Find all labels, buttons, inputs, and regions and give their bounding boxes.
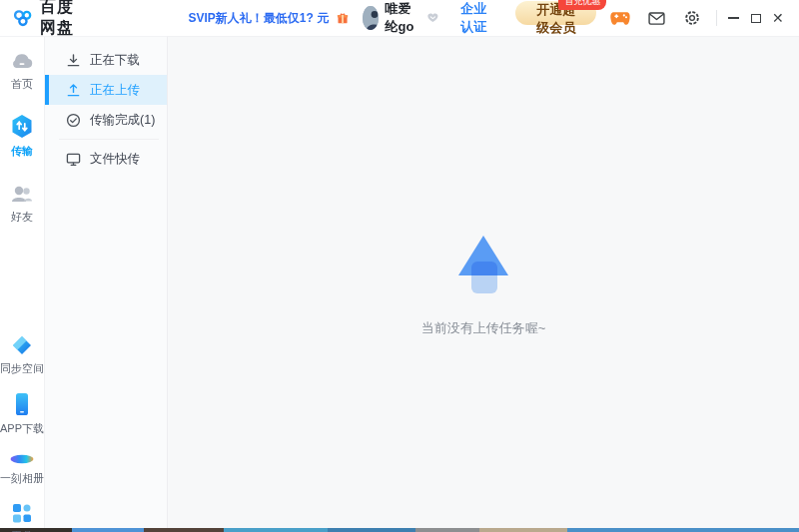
download-icon [66,53,81,68]
sidebar-item-sync-space[interactable]: 同步空间 [0,334,44,376]
tools-grid-icon [11,502,33,524]
panel-item-completed[interactable]: 传输完成(1) [45,105,167,135]
empty-state-text: 当前没有上传任务喔~ [421,319,546,337]
svip-promo-link[interactable]: SVIP新人礼！最低仅1? 元 [189,10,330,27]
transfer-hexagon-icon [10,114,34,139]
upload-empty-illustration-icon [458,236,508,293]
avatar[interactable] [363,6,379,30]
photo-album-icon [9,452,35,466]
upload-task-area: 当前没有上传任务喔~ [168,36,799,528]
sidebar-item-label: 首页 [11,77,33,92]
friends-icon [10,183,34,205]
sidebar-item-transfer[interactable]: 传输 [10,114,34,159]
monitor-icon [66,152,81,167]
titlebar-separator [716,10,717,26]
app-logo: 百度网盘 [14,0,87,39]
enterprise-cert-link[interactable]: 企业认证 [460,0,497,36]
sidebar-item-label: 一刻相册 [0,471,44,486]
panel-item-label: 正在上传 [90,82,140,99]
transfer-panel: 正在下载 正在上传 传输完成(1) [45,36,168,528]
avatar-image [363,6,379,30]
sidebar-item-label: 好友 [11,210,33,225]
game-center-icon[interactable] [610,9,630,27]
panel-divider [59,139,159,140]
panel-item-label: 传输完成(1) [90,112,155,129]
left-sidebar: 首页 传输 [0,36,45,528]
panel-item-label: 正在下载 [90,52,140,69]
sidebar-item-tools[interactable]: 工具 [11,502,33,532]
titlebar-icons [610,9,702,27]
app-title: 百度网盘 [40,0,87,39]
app-window: 百度网盘 SVIP新人礼！最低仅1? 元 唯爱纶go 企业认证 [0,0,799,528]
app-body: 首页 传输 [0,36,799,528]
check-circle-icon [66,113,81,128]
baidu-netdisk-logo-icon [14,6,32,30]
close-button[interactable]: ✕ [767,5,789,31]
sidebar-item-label: 传输 [11,144,33,159]
sync-space-icon [11,334,33,356]
maximize-button[interactable] [745,5,767,31]
settings-gear-icon[interactable] [682,9,702,27]
gift-icon[interactable] [337,10,349,27]
cloud-icon [10,50,34,72]
titlebar: 百度网盘 SVIP新人礼！最低仅1? 元 唯爱纶go 企业认证 [0,0,799,36]
sidebar-item-home[interactable]: 首页 [10,50,34,92]
messages-icon[interactable] [646,9,666,27]
sidebar-item-label: APP下载 [0,421,44,436]
window-controls: ✕ [723,5,789,31]
sidebar-item-photos[interactable]: 一刻相册 [0,452,44,486]
desktop-edge-strip [0,528,799,532]
panel-item-uploading[interactable]: 正在上传 [45,75,167,105]
user-account-chip[interactable]: 唯爱纶go [363,0,438,36]
sidebar-item-friends[interactable]: 好友 [10,183,34,225]
panel-item-downloading[interactable]: 正在下载 [45,45,167,75]
upload-icon [66,83,81,98]
username-label: 唯爱纶go [385,0,421,36]
svip-upgrade: 开通超级会员 首充优惠 [515,1,596,36]
first-charge-badge: 首充优惠 [558,0,606,10]
minimize-button[interactable] [723,5,745,31]
sidebar-item-app-download[interactable]: APP下载 [0,392,44,436]
panel-item-label: 文件快传 [90,151,140,168]
phone-icon [14,392,30,416]
panel-item-quick-transfer[interactable]: 文件快传 [45,144,167,174]
vip-level-badge-icon[interactable] [427,11,438,25]
sidebar-item-label: 同步空间 [0,361,44,376]
